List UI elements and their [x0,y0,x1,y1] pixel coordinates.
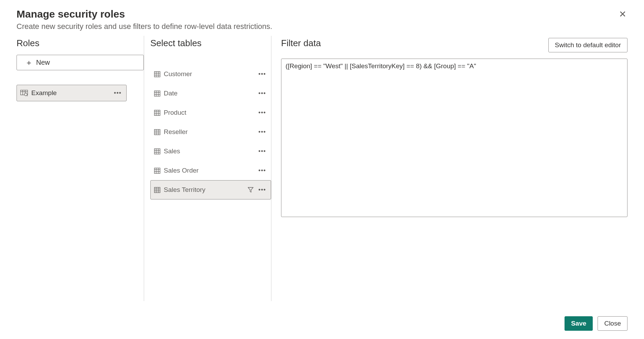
plus-icon: ＋ [25,59,33,66]
manage-security-roles-dialog: Manage security roles ✕ Create new secur… [0,0,644,339]
role-item[interactable]: Example ••• [17,85,127,101]
tables-heading: Select tables [150,38,271,49]
table-icon [154,129,160,135]
tables-panel: Select tables Customer•••Date•••Product•… [144,36,271,301]
table-more-icon[interactable]: ••• [257,149,267,154]
svg-point-4 [24,93,27,96]
dialog-title: Manage security roles [17,8,627,20]
role-item-label: Example [31,89,57,97]
role-more-icon[interactable]: ••• [112,91,123,95]
table-more-icon[interactable]: ••• [257,168,267,173]
table-more-icon[interactable]: ••• [257,91,267,96]
table-icon [154,71,160,77]
table-icon [154,91,160,96]
new-role-label: New [36,59,50,66]
table-item[interactable]: Date••• [150,84,271,103]
close-button[interactable]: Close [598,316,627,331]
new-role-button[interactable]: ＋ New [17,55,144,70]
table-icon [154,110,160,116]
table-item-label: Reseller [164,128,188,136]
table-item[interactable]: Product••• [150,103,271,122]
table-item[interactable]: Customer••• [150,64,271,84]
table-icon [154,148,160,154]
table-more-icon[interactable]: ••• [257,187,267,192]
table-more-icon[interactable]: ••• [257,130,267,134]
roles-heading: Roles [17,38,144,49]
role-icon [20,90,28,96]
table-item-label: Sales [164,147,180,155]
table-item-label: Sales Territory [164,186,205,194]
switch-to-default-editor-button[interactable]: Switch to default editor [548,38,627,52]
table-item[interactable]: Sales Territory••• [150,180,271,199]
table-item-label: Date [164,90,178,97]
dialog-header: Manage security roles ✕ Create new secur… [17,8,627,31]
close-icon[interactable]: ✕ [618,10,627,20]
filter-expression-input[interactable] [281,59,627,217]
table-icon [154,168,160,174]
table-item[interactable]: Sales••• [150,142,271,161]
dialog-footer: Save Close [565,316,627,331]
table-more-icon[interactable]: ••• [257,72,267,76]
table-item-label: Customer [164,70,192,78]
filter-icon [248,187,254,193]
table-item[interactable]: Reseller••• [150,122,271,142]
filter-panel: Filter data Switch to default editor [271,36,627,301]
table-item-label: Product [164,109,186,116]
save-button[interactable]: Save [565,316,593,331]
filter-heading: Filter data [281,38,321,49]
dialog-subtitle: Create new security roles and use filter… [17,22,627,31]
svg-line-5 [27,95,28,96]
body-columns: Roles ＋ New Example ••• [17,36,627,301]
table-more-icon[interactable]: ••• [257,110,267,115]
tables-list: Customer•••Date•••Product•••Reseller•••S… [150,64,271,199]
table-icon [154,187,160,193]
table-item[interactable]: Sales Order••• [150,161,271,180]
roles-panel: Roles ＋ New Example ••• [17,36,144,301]
table-item-label: Sales Order [164,167,198,174]
